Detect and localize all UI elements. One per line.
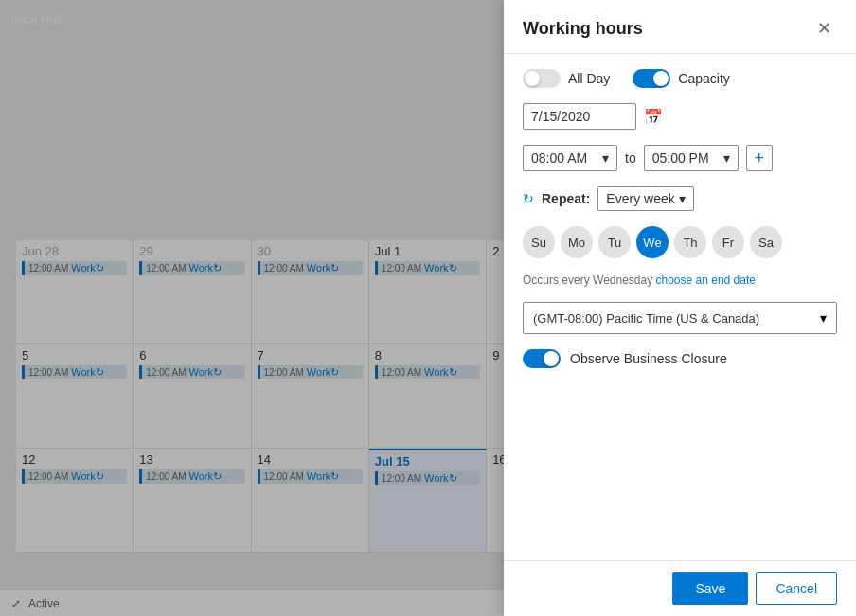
- toggle-row: All Day Capacity: [523, 69, 837, 88]
- chevron-down-icon: ▾: [602, 150, 609, 166]
- panel-body: All Day Capacity 📅 08:00 AM ▾ to 05:00 P…: [504, 54, 856, 560]
- chevron-down-icon: ▾: [820, 310, 827, 326]
- business-closure-toggle[interactable]: [523, 349, 561, 368]
- all-day-toggle-item: All Day: [523, 69, 610, 88]
- date-field-row: 📅: [523, 103, 837, 130]
- chevron-down-icon: ▾: [679, 191, 686, 206]
- day-btn-mo[interactable]: Mo: [561, 226, 593, 258]
- day-btn-fr[interactable]: Fr: [712, 226, 744, 258]
- repeat-row: ↻ Repeat: Every week ▾: [523, 186, 837, 211]
- capacity-label: Capacity: [678, 71, 729, 86]
- business-closure-row: Observe Business Closure: [523, 349, 837, 368]
- time-row: 08:00 AM ▾ to 05:00 PM ▾ +: [523, 145, 837, 171]
- panel-title: Working hours: [523, 19, 643, 39]
- close-button[interactable]: ✕: [811, 15, 837, 42]
- day-btn-we[interactable]: We: [636, 226, 669, 258]
- business-closure-label: Observe Business Closure: [570, 351, 727, 366]
- all-day-label: All Day: [568, 71, 610, 86]
- repeat-icon: ↻: [523, 191, 534, 206]
- choose-end-date-link[interactable]: choose an end date: [656, 273, 756, 287]
- save-button[interactable]: Save: [672, 572, 748, 605]
- cancel-button[interactable]: Cancel: [756, 572, 837, 605]
- start-time-select[interactable]: 08:00 AM ▾: [523, 145, 617, 171]
- capacity-toggle-item: Capacity: [633, 69, 729, 88]
- day-buttons: Su Mo Tu We Th Fr Sa: [523, 226, 837, 258]
- capacity-toggle[interactable]: [633, 69, 670, 88]
- day-btn-sa[interactable]: Sa: [750, 226, 782, 258]
- toggle-knob: [525, 71, 540, 86]
- all-day-toggle[interactable]: [523, 69, 561, 88]
- repeat-select[interactable]: Every week ▾: [597, 186, 693, 211]
- day-btn-th[interactable]: Th: [674, 226, 706, 258]
- timezone-select[interactable]: (GMT-08:00) Pacific Time (US & Canada) ▾: [523, 302, 837, 334]
- day-btn-su[interactable]: Su: [523, 226, 555, 258]
- calendar-picker-icon[interactable]: 📅: [644, 108, 663, 126]
- toggle-knob: [544, 351, 559, 366]
- day-btn-tu[interactable]: Tu: [598, 226, 631, 258]
- panel-header: Working hours ✕: [504, 0, 856, 54]
- date-input[interactable]: [523, 103, 636, 130]
- timezone-text: (GMT-08:00) Pacific Time (US & Canada): [533, 311, 759, 326]
- end-time-select[interactable]: 05:00 PM ▾: [644, 145, 739, 171]
- working-hours-panel: Working hours ✕ All Day Capacity 📅: [504, 0, 856, 616]
- add-time-button[interactable]: +: [746, 145, 773, 171]
- repeat-label: Repeat:: [542, 191, 590, 206]
- chevron-down-icon: ▾: [723, 150, 730, 166]
- panel-footer: Save Cancel: [504, 560, 856, 616]
- time-to-label: to: [625, 150, 636, 166]
- toggle-knob: [653, 71, 669, 86]
- occurs-text: Occurs every Wednesday choose an end dat…: [523, 273, 837, 287]
